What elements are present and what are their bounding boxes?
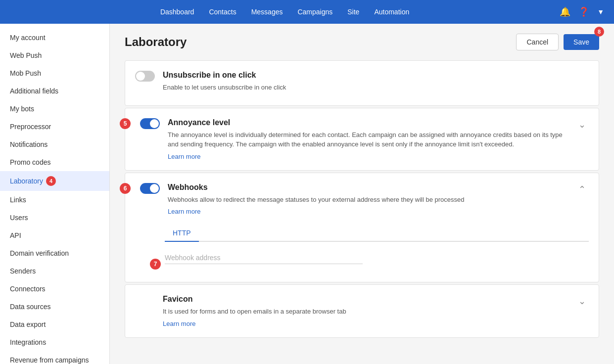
help-icon[interactable]: ❓ bbox=[578, 6, 589, 17]
sidebar-item-domain-verification[interactable]: Domain verification bbox=[0, 244, 109, 262]
step-badge-7: 7 bbox=[150, 259, 161, 270]
favicon-title: Favicon bbox=[163, 295, 567, 304]
sidebar-item-api[interactable]: API bbox=[0, 227, 109, 244]
sidebar-item-mob-push[interactable]: Mob Push bbox=[0, 64, 109, 82]
bell-icon[interactable]: 🔔 bbox=[560, 6, 570, 17]
annoyance-learn-more[interactable]: Learn more bbox=[168, 153, 200, 160]
sidebar-label-links: Links bbox=[10, 196, 26, 204]
annoyance-desc: The annoyance level is individually dete… bbox=[168, 130, 567, 149]
header-badge: 8 bbox=[594, 27, 604, 37]
annoyance-title: Annoyance level bbox=[168, 118, 567, 127]
sidebar-item-revenue-from-campaigns[interactable]: Revenue from campaigns bbox=[0, 351, 109, 364]
annoyance-toggle[interactable] bbox=[140, 118, 160, 129]
sidebar-label-laboratory: Laboratory bbox=[10, 177, 43, 185]
nav-site[interactable]: Site bbox=[347, 6, 359, 18]
webhook-input-area: 7 bbox=[165, 252, 589, 264]
unsubscribe-title: Unsubscribe in one click bbox=[163, 71, 589, 80]
annoyance-step-badge: 5 bbox=[120, 118, 131, 129]
unsubscribe-toggle[interactable] bbox=[135, 71, 155, 82]
webhooks-learn-more[interactable]: Learn more bbox=[168, 208, 200, 215]
webhooks-title: Webhooks bbox=[168, 183, 567, 192]
sidebar-label-my-account: My account bbox=[10, 34, 46, 42]
sidebar-label-promo-codes: Promo codes bbox=[10, 158, 50, 166]
webhook-address-wrap bbox=[165, 252, 589, 264]
sidebar: My account Web Push Mob Push Additional … bbox=[0, 24, 110, 364]
page-title: Laboratory bbox=[125, 35, 187, 49]
sidebar-label-additional-fields: Additional fields bbox=[10, 87, 58, 95]
sidebar-label-users: Users bbox=[10, 214, 28, 222]
sidebar-item-web-push[interactable]: Web Push bbox=[0, 46, 109, 64]
webhooks-body: HTTP 7 bbox=[125, 225, 599, 282]
sidebar-item-data-export[interactable]: Data export bbox=[0, 316, 109, 333]
sidebar-label-preprocessor: Preprocessor bbox=[10, 123, 51, 131]
sidebar-item-links[interactable]: Links bbox=[0, 191, 109, 209]
toggle-knob bbox=[150, 184, 159, 193]
webhooks-toggle[interactable] bbox=[140, 183, 160, 194]
webhooks-tab-bar: HTTP bbox=[165, 225, 589, 242]
nav-automation[interactable]: Automation bbox=[374, 6, 409, 18]
sidebar-label-senders: Senders bbox=[10, 267, 36, 275]
toggle-knob bbox=[150, 119, 159, 128]
sidebar-item-preprocessor[interactable]: Preprocessor bbox=[0, 118, 109, 136]
unsubscribe-content: Unsubscribe in one click Enable to let u… bbox=[163, 71, 589, 95]
sidebar-item-laboratory[interactable]: Laboratory 4 bbox=[0, 171, 109, 191]
sidebar-item-my-bots[interactable]: My bots bbox=[0, 100, 109, 118]
nav-contacts[interactable]: Contacts bbox=[209, 6, 236, 18]
webhooks-desc: Webhooks allow to redirect the message s… bbox=[168, 195, 567, 205]
webhooks-step-badge: 6 bbox=[120, 183, 131, 194]
sidebar-item-senders[interactable]: Senders bbox=[0, 262, 109, 280]
unsubscribe-card: Unsubscribe in one click Enable to let u… bbox=[125, 60, 599, 106]
sidebar-item-promo-codes[interactable]: Promo codes bbox=[0, 153, 109, 171]
sidebar-label-api: API bbox=[10, 231, 21, 239]
sidebar-label-my-bots: My bots bbox=[10, 105, 34, 113]
favicon-desc: It is used for forms and to open emails … bbox=[163, 307, 567, 317]
step-badge-5: 5 bbox=[120, 118, 131, 129]
header-actions: 8 Cancel Save bbox=[516, 34, 599, 50]
nav-links: Dashboard Contacts Messages Campaigns Si… bbox=[10, 6, 560, 18]
sidebar-label-integrations: Integrations bbox=[10, 338, 46, 346]
sidebar-item-my-account[interactable]: My account bbox=[0, 29, 109, 46]
nav-right-actions: 🔔 ❓ ▼ bbox=[560, 6, 604, 17]
laboratory-badge: 4 bbox=[46, 176, 56, 186]
sidebar-label-revenue-from-campaigns: Revenue from campaigns bbox=[10, 356, 89, 364]
nav-dashboard[interactable]: Dashboard bbox=[160, 6, 194, 18]
save-button[interactable]: Save bbox=[564, 34, 599, 50]
favicon-card: Favicon It is used for forms and to open… bbox=[125, 284, 599, 338]
favicon-expand-icon[interactable]: ⌄ bbox=[575, 295, 589, 308]
tab-http[interactable]: HTTP bbox=[165, 225, 199, 242]
sidebar-item-data-sources[interactable]: Data sources bbox=[0, 298, 109, 316]
webhooks-collapse-icon[interactable]: ⌃ bbox=[575, 183, 589, 196]
sidebar-item-notifications[interactable]: Notifications bbox=[0, 136, 109, 153]
webhook-address-input[interactable] bbox=[165, 252, 363, 264]
favicon-learn-more[interactable]: Learn more bbox=[163, 320, 195, 327]
sidebar-item-integrations[interactable]: Integrations bbox=[0, 333, 109, 351]
page-header: Laboratory 8 Cancel Save bbox=[125, 34, 599, 50]
unsubscribe-desc: Enable to let users unsubscribe in one c… bbox=[163, 83, 589, 92]
favicon-content: Favicon It is used for forms and to open… bbox=[163, 295, 567, 327]
toggle-knob bbox=[136, 72, 145, 81]
webhooks-content: Webhooks Webhooks allow to redirect the … bbox=[168, 183, 567, 216]
sidebar-label-data-export: Data export bbox=[10, 320, 46, 328]
account-dropdown-icon[interactable]: ▼ bbox=[597, 8, 604, 16]
sidebar-label-domain-verification: Domain verification bbox=[10, 249, 69, 257]
nav-campaigns[interactable]: Campaigns bbox=[297, 6, 332, 18]
cancel-button[interactable]: Cancel bbox=[516, 34, 559, 50]
sidebar-item-users[interactable]: Users bbox=[0, 209, 109, 227]
sidebar-label-connectors: Connectors bbox=[10, 285, 46, 293]
nav-messages[interactable]: Messages bbox=[251, 6, 283, 18]
top-navigation: Dashboard Contacts Messages Campaigns Si… bbox=[0, 0, 614, 24]
sidebar-label-notifications: Notifications bbox=[10, 140, 47, 148]
sidebar-label-data-sources: Data sources bbox=[10, 303, 50, 311]
annoyance-content: Annoyance level The annoyance level is i… bbox=[168, 118, 567, 160]
webhooks-card: 6 Webhooks Webhooks allow to redirect th… bbox=[125, 173, 599, 283]
sidebar-item-connectors[interactable]: Connectors bbox=[0, 280, 109, 298]
step-badge-6: 6 bbox=[120, 183, 131, 194]
sidebar-item-additional-fields[interactable]: Additional fields bbox=[0, 82, 109, 100]
sidebar-label-mob-push: Mob Push bbox=[10, 69, 41, 77]
sidebar-label-web-push: Web Push bbox=[10, 51, 42, 59]
annoyance-collapse-icon[interactable]: ⌄ bbox=[575, 118, 589, 131]
annoyance-card: 5 Annoyance level The annoyance level is… bbox=[125, 108, 599, 171]
main-content: Laboratory 8 Cancel Save Unsubscribe in … bbox=[110, 24, 614, 364]
